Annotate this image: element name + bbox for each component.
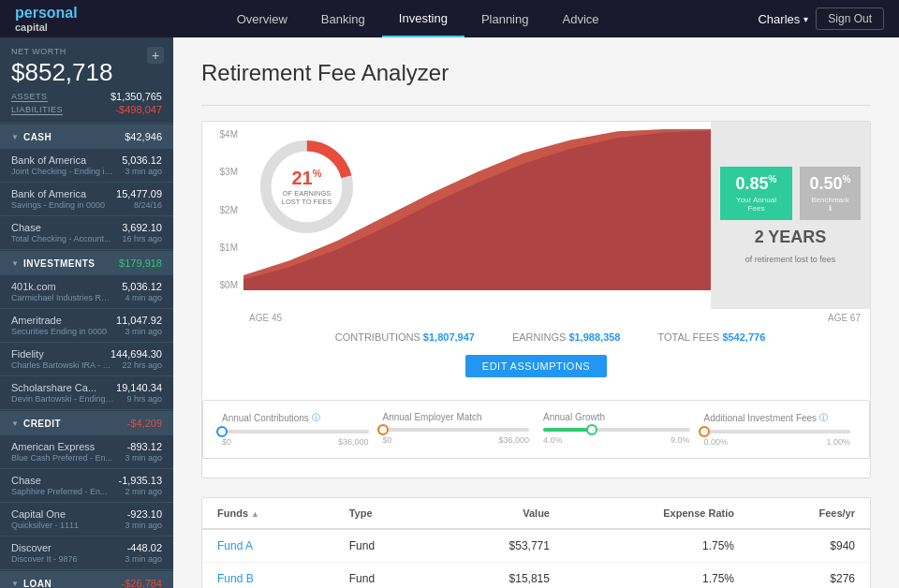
th-type[interactable]: Type <box>334 498 435 529</box>
list-item[interactable]: Chase 3,692.10 Total Checking - Account.… <box>0 216 173 250</box>
credit-section-header[interactable]: ▼ CREDIT -$4,209 <box>0 410 173 435</box>
main-content: Retirement Fee Analyzer $4M $3M $2M $1M … <box>173 37 899 588</box>
slider2-max: $36,000 <box>498 435 529 445</box>
years-value: 2 YEARS <box>755 228 827 247</box>
app-layout: + NET WORTH $852,718 ASSETS $1,350,765 L… <box>0 37 899 588</box>
credit-title: CREDIT <box>23 419 61 429</box>
investments-chevron-icon: ▼ <box>11 259 19 268</box>
donut-percent: 21% <box>282 167 332 188</box>
your-fees-label: Your Annual Fees <box>730 196 783 213</box>
slider1-label: Annual Contributions <box>222 413 309 423</box>
total-fees-value: $542,776 <box>722 331 765 343</box>
slider4-track[interactable] <box>704 430 851 434</box>
list-item[interactable]: Capital One -923.10 Quicksilver - 1111 3… <box>0 503 173 537</box>
slider2-label: Annual Employer Match <box>383 412 482 422</box>
investments-section-header[interactable]: ▼ INVESTMENTS $179,918 <box>0 250 173 275</box>
liabilities-row: LIABILITIES -$498,047 <box>11 104 162 115</box>
logo-line1: personal <box>15 5 78 22</box>
loan-section-header[interactable]: ▼ LOAN -$26,784 <box>0 570 173 588</box>
cash-section-header[interactable]: ▼ CASH $42,946 <box>0 124 173 149</box>
logo: personal capital <box>15 5 78 33</box>
sort-icon: ▲ <box>251 509 259 519</box>
slider1-max: $36,000 <box>338 437 369 447</box>
th-funds[interactable]: Funds ▲ <box>202 498 334 529</box>
content-area: Retirement Fee Analyzer $4M $3M $2M $1M … <box>173 37 899 588</box>
donut-container: 21% OF EARNINGSLOST TO FEES <box>253 133 361 241</box>
net-worth-section: + NET WORTH $852,718 ASSETS $1,350,765 L… <box>0 37 173 124</box>
slider4-max: 1.00% <box>826 437 850 447</box>
y-label-3m: $3M <box>220 167 238 177</box>
table-row: Fund A Fund $53,771 1.75% $940 <box>202 529 870 563</box>
benchmark-box: 0.50% Benchmark ℹ <box>800 167 861 220</box>
slider4-info-icon[interactable]: ⓘ <box>819 412 828 424</box>
list-item[interactable]: Scholarshare Ca... 19,140.34 Devin Barto… <box>0 376 173 410</box>
stats-panel: 0.85% Your Annual Fees 0.50% Benchmark ℹ… <box>711 122 870 309</box>
fund-a-link[interactable]: Fund A <box>217 539 253 552</box>
slider1-thumb[interactable] <box>216 426 228 437</box>
your-fees-value: 0.85% <box>730 174 783 194</box>
list-item[interactable]: American Express -893.12 Blue Cash Prefe… <box>0 435 173 469</box>
slider2-thumb[interactable] <box>377 424 389 435</box>
contributions-label: CONTRIBUTIONS <box>335 331 423 343</box>
list-item[interactable]: Bank of America 15,477.09 Savings - Endi… <box>0 183 173 216</box>
nav-right: Charles Sign Out <box>758 7 884 30</box>
slider2-track[interactable] <box>383 428 530 432</box>
stats-boxes: 0.85% Your Annual Fees 0.50% Benchmark ℹ <box>720 167 861 220</box>
list-item[interactable]: Fidelity 144,694.30 Charles Bartowski IR… <box>0 343 173 376</box>
list-item[interactable]: Ameritrade 11,047.92 Securities Ending i… <box>0 309 173 343</box>
slider3-track[interactable] <box>543 428 690 432</box>
age-end-label: AGE 67 <box>828 313 861 323</box>
page-title: Retirement Fee Analyzer <box>201 60 871 86</box>
slider1-info-icon[interactable]: ⓘ <box>312 412 320 424</box>
th-value[interactable]: Value <box>435 498 565 529</box>
chart-top: $4M $3M $2M $1M $0M <box>202 122 870 309</box>
assets-label[interactable]: ASSETS <box>11 92 48 102</box>
y-label-1m: $1M <box>220 243 238 253</box>
slider3-thumb[interactable] <box>586 424 597 435</box>
contributions-item: CONTRIBUTIONS $1,807,947 <box>335 331 475 344</box>
sliders-section: Annual Contributions ⓘ $0 $36,000 <box>202 400 870 459</box>
sliders-grid: Annual Contributions ⓘ $0 $36,000 <box>222 412 850 447</box>
slider-annual-contributions: Annual Contributions ⓘ $0 $36,000 <box>222 412 383 447</box>
slider3-max: 9.0% <box>671 435 690 445</box>
nav-overview[interactable]: Overview <box>220 0 304 37</box>
fund-b-link[interactable]: Fund B <box>217 572 254 585</box>
nav-investing[interactable]: Investing <box>382 0 464 37</box>
list-item[interactable]: 401k.com 5,036.12 Carmichael Industries … <box>0 275 173 309</box>
loan-title: LOAN <box>23 579 52 589</box>
assets-value: $1,350,765 <box>111 91 162 102</box>
edit-assumptions-button[interactable]: EDIT ASSUMPTIONS <box>465 355 607 377</box>
slider2-min: $0 <box>383 435 392 445</box>
chart-area: $4M $3M $2M $1M $0M <box>202 122 711 309</box>
slider-annual-growth: Annual Growth 4.0% 9.0% <box>543 412 704 447</box>
list-item[interactable]: Discover -448.02 Discover It - 9876 3 mi… <box>0 537 173 570</box>
benchmark-label: Benchmark ℹ <box>809 196 851 213</box>
liabilities-label[interactable]: LIABILITIES <box>11 105 63 115</box>
list-item[interactable]: Bank of America 5,036.12 Joint Checking … <box>0 149 173 183</box>
chart-section: $4M $3M $2M $1M $0M <box>201 121 871 478</box>
benchmark-value: 0.50% <box>809 174 851 194</box>
nav-advice[interactable]: Advice <box>545 0 615 37</box>
user-menu[interactable]: Charles <box>758 12 808 26</box>
credit-chevron-icon: ▼ <box>11 419 19 428</box>
credit-value: -$4,209 <box>127 418 162 429</box>
th-expense-ratio[interactable]: Expense Ratio <box>565 498 749 529</box>
nav-banking[interactable]: Banking <box>304 0 382 37</box>
funds-table: Funds ▲ Type Value Expense Ratio Fees/yr… <box>202 498 870 588</box>
y-label-4m: $4M <box>220 129 238 140</box>
th-fees-yr[interactable]: Fees/yr <box>749 498 870 529</box>
slider1-track[interactable] <box>222 430 369 434</box>
investments-title: INVESTMENTS <box>23 258 96 269</box>
total-fees-item: TOTAL FEES $542,776 <box>658 331 766 344</box>
list-item[interactable]: Chase -1,935.13 Saphhire Preferred - En.… <box>0 469 173 503</box>
sign-out-button[interactable]: Sign Out <box>816 7 884 30</box>
slider1-min: $0 <box>222 437 231 447</box>
net-worth-label: NET WORTH <box>11 47 162 56</box>
fund-b-fees: $276 <box>749 563 870 589</box>
investments-value: $179,918 <box>119 257 162 269</box>
y-label-2m: $2M <box>220 205 238 215</box>
slider4-thumb[interactable] <box>699 426 710 437</box>
donut-label: OF EARNINGSLOST TO FEES <box>282 188 332 207</box>
nav-planning[interactable]: Planning <box>464 0 546 37</box>
add-account-button[interactable]: + <box>147 47 164 64</box>
